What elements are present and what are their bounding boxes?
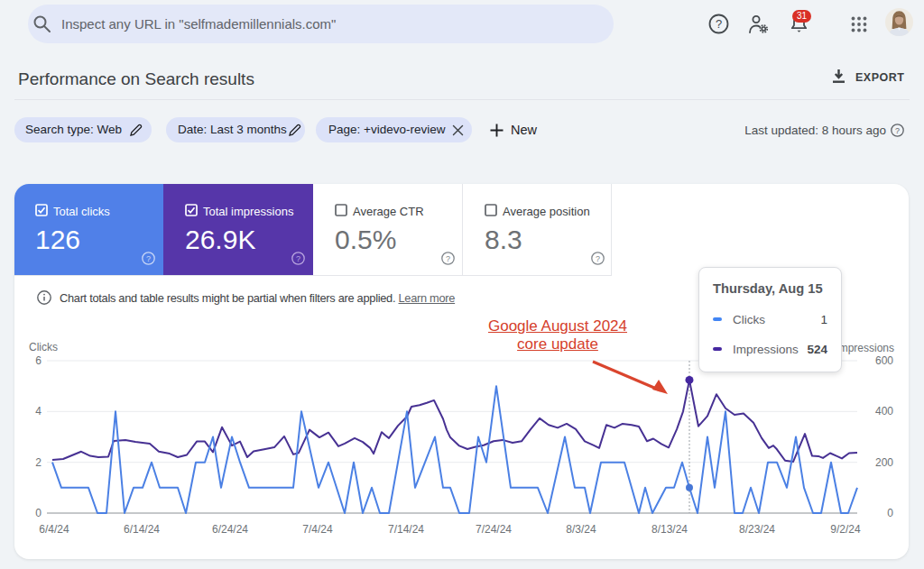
svg-text:6/24/24: 6/24/24: [212, 523, 248, 536]
svg-text:9/2/24: 9/2/24: [830, 523, 861, 536]
svg-text:Impressions: Impressions: [836, 342, 894, 354]
svg-text:200: 200: [875, 456, 893, 469]
svg-text:2: 2: [35, 456, 42, 469]
svg-text:6: 6: [35, 354, 42, 367]
svg-text:400: 400: [875, 405, 893, 418]
svg-text:0: 0: [887, 507, 893, 519]
svg-text:4: 4: [35, 405, 42, 418]
svg-text:8/13/24: 8/13/24: [651, 523, 688, 536]
svg-text:7/14/24: 7/14/24: [388, 523, 424, 536]
svg-text:6/4/24: 6/4/24: [39, 523, 69, 536]
svg-text:8/3/24: 8/3/24: [566, 523, 596, 536]
svg-text:0: 0: [35, 507, 42, 519]
svg-text:7/24/24: 7/24/24: [476, 523, 512, 536]
svg-text:8/23/24: 8/23/24: [739, 523, 775, 536]
svg-text:6/14/24: 6/14/24: [124, 523, 160, 536]
svg-text:7/4/24: 7/4/24: [302, 523, 333, 536]
svg-text:600: 600: [875, 354, 893, 367]
svg-text:Clicks: Clicks: [29, 341, 58, 353]
